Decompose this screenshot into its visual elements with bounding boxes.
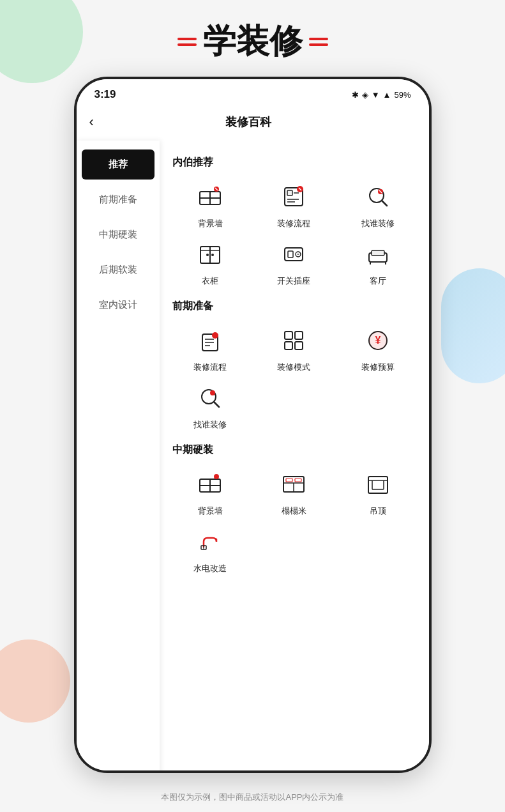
wardrobe-label: 衣柜 [202,275,218,287]
sidebar-item-recommend[interactable]: 推荐 [82,149,155,180]
recommend-grid: 背景墙 装修流程 [172,180,416,287]
svg-rect-53 [368,477,388,493]
item-background-wall2[interactable]: 背景墙 [172,467,248,517]
status-icons: ✱ ◈ ▼ ▲ 59% [352,90,411,100]
svg-rect-54 [372,480,384,489]
item-plumbing[interactable]: 水电改造 [172,525,248,574]
find-decorator-icon [361,180,395,214]
right-content: 内伯推荐 背景墙 [160,141,429,773]
deco-left [177,38,197,46]
back-button[interactable]: ‹ [89,111,100,133]
svg-rect-35 [295,332,303,339]
item-switch-socket[interactable]: 开关插座 [256,237,332,287]
switch-socket-icon [276,237,311,272]
status-bar: 3:19 ✱ ◈ ▼ ▲ 59% [77,79,429,106]
svg-rect-26 [372,250,384,256]
background-wall-icon [193,180,227,214]
item-process2[interactable]: 装修流程 [172,323,248,373]
process-icon [276,180,311,214]
svg-point-18 [206,254,209,256]
content-area: 推荐 前期准备 中期硬装 后期软装 室内设计 内伯推荐 [77,141,429,773]
process2-label: 装修流程 [193,362,227,373]
budget-icon: ¥ [361,323,395,358]
page-title: 学装修 [203,19,303,64]
app-header: ‹ 装修百科 [77,106,429,141]
svg-point-30 [212,332,218,339]
plumbing-icon [193,525,227,559]
plumbing-label: 水电改造 [193,563,227,574]
ceiling-label: 吊顶 [370,505,386,517]
mode-icon [276,323,311,358]
signal-icon: ▼ [372,90,380,100]
early-grid: 装修流程 装修模式 [172,323,416,431]
budget-label: 装修预算 [361,362,395,373]
phone-frame: 3:19 ✱ ◈ ▼ ▲ 59% ‹ 装修百科 推荐 前期准备 中期硬装 后期软… [74,77,432,773]
find-decorator-label: 找谁装修 [361,218,395,229]
sidebar-item-early[interactable]: 前期准备 [77,182,160,217]
item-mode[interactable]: 装修模式 [256,323,332,373]
sidebar: 推荐 前期准备 中期硬装 后期软装 室内设计 [77,141,160,773]
tatami-icon [276,467,311,502]
sidebar-item-late[interactable]: 后期软装 [77,252,160,287]
deco-right [309,38,328,46]
background-wall-label: 背景墙 [198,218,223,229]
find-decorator2-label: 找谁装修 [193,419,227,431]
ceiling-icon [361,467,395,502]
item-ceiling[interactable]: 吊顶 [340,467,416,517]
tatami-label: 榻榻米 [282,505,306,517]
svg-rect-34 [285,332,292,339]
mode-label: 装修模式 [277,362,310,373]
living-room-label: 客厅 [370,275,386,287]
living-room-icon [361,237,395,272]
bluetooth-icon: ✱ [352,90,359,100]
item-tatami[interactable]: 榻榻米 [256,467,332,517]
header-title: 装修百科 [100,114,397,130]
wifi-icon: ▲ [383,90,391,100]
nfc-icon: ◈ [362,90,368,100]
item-find-decorator2[interactable]: 找谁装修 [172,381,248,431]
find-decorator2-icon [193,381,227,415]
svg-rect-51 [286,479,292,482]
page-title-area: 学装修 [0,0,505,77]
item-living-room[interactable]: 客厅 [340,237,416,287]
bg-decoration-blue [441,268,505,383]
svg-rect-37 [295,342,303,349]
bg-decoration-peach [0,640,70,723]
process2-icon [193,323,227,358]
process-label: 装修流程 [277,218,310,229]
status-time: 3:19 [94,88,116,101]
wardrobe-icon [193,237,227,272]
svg-point-47 [214,474,219,479]
mid-grid: 背景墙 榻榻米 [172,467,416,574]
sidebar-item-mid[interactable]: 中期硬装 [77,217,160,252]
svg-rect-21 [285,248,303,261]
item-process[interactable]: 装修流程 [256,180,332,229]
svg-rect-36 [285,342,292,349]
section-title-recommend: 内伯推荐 [172,156,416,169]
switch-socket-label: 开关插座 [277,275,310,287]
item-budget[interactable]: ¥ 装修预算 [340,323,416,373]
background-wall2-icon [193,467,227,502]
svg-rect-52 [295,479,301,482]
svg-text:¥: ¥ [375,335,381,346]
svg-line-13 [382,201,387,206]
sidebar-item-design[interactable]: 室内设计 [77,287,160,323]
svg-point-43 [210,390,215,395]
item-wardrobe[interactable]: 衣柜 [172,237,248,287]
item-background-wall[interactable]: 背景墙 [172,180,248,229]
section-title-mid: 中期硬装 [172,443,416,457]
svg-rect-6 [287,190,292,195]
svg-line-42 [214,402,219,407]
svg-point-19 [211,254,214,256]
background-wall2-label: 背景墙 [198,505,223,517]
battery-icon: 59% [394,90,411,100]
svg-rect-22 [288,251,293,257]
section-title-early: 前期准备 [172,300,416,313]
item-find-decorator[interactable]: 找谁装修 [340,180,416,229]
footer-note: 本图仅为示例，图中商品或活动以APP内公示为准 [0,792,505,803]
